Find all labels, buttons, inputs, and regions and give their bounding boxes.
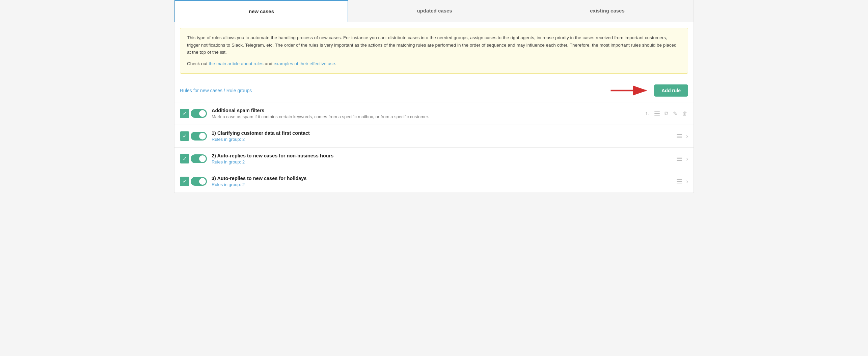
hamburger-icon-3[interactable] [676,156,683,161]
chevron-right-icon-3[interactable]: › [686,155,688,162]
checkbox-2[interactable]: ✓ [180,131,189,141]
toolbar: Rules for new cases / Rule groups Add ru… [174,79,694,102]
tab-new-cases-label: new cases [249,8,274,14]
rule-content-1: Additional spam filters Mark a case as s… [212,108,641,119]
rule-actions-1: 1. ⧉ ✎ 🗑 [645,110,688,118]
info-text-middle: and [264,61,274,66]
rule-item: ✓ 2) Auto-replies to new cases for non-b… [174,148,694,170]
hamburger-icon-2[interactable] [676,133,683,139]
tab-existing-cases-label: existing cases [590,8,625,14]
breadcrumb-main: Rules for new cases [180,88,222,93]
rule-item: ✓ 1) Clarifying customer data at first c… [174,125,694,148]
toggle-wrap-2: ✓ [180,131,207,141]
main-container: new cases updated cases existing cases T… [174,0,694,193]
checkbox-1[interactable]: ✓ [180,109,189,118]
delete-icon-1[interactable]: 🗑 [681,110,688,117]
rule-content-2: 1) Clarifying customer data at first con… [212,130,671,142]
tabs-bar: new cases updated cases existing cases [174,0,694,22]
tab-updated-cases[interactable]: updated cases [348,0,521,22]
info-text-main: This type of rules allows you to automat… [187,34,681,56]
rule-actions-2: › [676,133,688,140]
copy-icon-1[interactable]: ⧉ [664,110,669,117]
arrow-area: Add rule [609,84,688,97]
breadcrumb: Rules for new cases / Rule groups [180,88,252,93]
hamburger-icon-1[interactable] [654,111,660,116]
toggle-wrap-4: ✓ [180,177,207,186]
rule-actions-3: › [676,155,688,162]
rule-title-2: 1) Clarifying customer data at first con… [212,130,671,136]
rule-item: ✓ Additional spam filters Mark a case as… [174,102,694,125]
rule-content-4: 3) Auto-replies to new cases for holiday… [212,176,671,187]
tab-updated-cases-label: updated cases [417,8,452,14]
info-text-suffix: . [335,61,336,66]
info-text-prefix: Check out [187,61,209,66]
chevron-right-icon-2[interactable]: › [686,133,688,140]
rule-title-3: 2) Auto-replies to new cases for non-bus… [212,153,671,158]
rule-subtitle-4[interactable]: Rules in group: 2 [212,182,671,187]
chevron-right-icon-4[interactable]: › [686,178,688,185]
rule-actions-4: › [676,178,688,185]
rule-number-1: 1. [645,111,649,116]
toggle-wrap-3: ✓ [180,154,207,163]
breadcrumb-separator: / [222,88,226,93]
tab-existing-cases[interactable]: existing cases [521,0,694,22]
toggle-switch-1[interactable] [191,109,207,118]
rule-subtitle-2[interactable]: Rules in group: 2 [212,137,671,142]
toggle-switch-2[interactable] [191,132,207,141]
toggle-switch-3[interactable] [191,154,207,163]
checkbox-4[interactable]: ✓ [180,177,189,186]
rule-item: ✓ 3) Auto-replies to new cases for holid… [174,170,694,193]
red-arrow-icon [609,84,650,97]
rules-list: ✓ Additional spam filters Mark a case as… [174,102,694,193]
toggle-wrap-1: ✓ [180,109,207,118]
toggle-switch-4[interactable] [191,177,207,186]
rule-subtitle-1: Mark a case as spam if it contains certa… [212,114,641,119]
rule-subtitle-3[interactable]: Rules in group: 2 [212,159,671,164]
info-links: Check out the main article about rules a… [187,60,681,68]
rule-title-4: 3) Auto-replies to new cases for holiday… [212,176,671,181]
rule-content-3: 2) Auto-replies to new cases for non-bus… [212,153,671,164]
breadcrumb-link[interactable]: Rule groups [226,88,252,93]
examples-link[interactable]: examples of their effective use [274,61,335,66]
rule-title-1: Additional spam filters [212,108,641,113]
add-rule-button[interactable]: Add rule [654,84,688,97]
edit-icon-1[interactable]: ✎ [672,110,678,118]
main-article-link[interactable]: the main article about rules [209,61,264,66]
info-box: This type of rules allows you to automat… [180,28,688,74]
checkbox-3[interactable]: ✓ [180,154,189,163]
tab-new-cases[interactable]: new cases [174,0,348,22]
hamburger-icon-4[interactable] [676,179,683,184]
